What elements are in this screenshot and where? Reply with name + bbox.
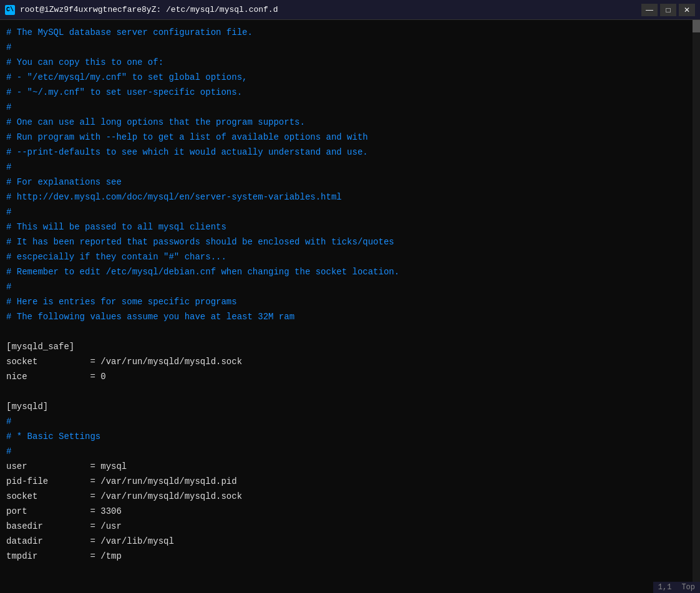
terminal-line: # * Basic Settings [6, 429, 694, 444]
terminal-line: # For explanations see [6, 175, 694, 190]
minimize-button[interactable]: — [641, 4, 658, 16]
content-area: # The MySQL database server configuratio… [6, 25, 694, 564]
terminal-line: user = mysql [6, 459, 694, 474]
terminal-line: nice = 0 [6, 369, 694, 384]
terminal-line: # Run program with --help to get a list … [6, 130, 694, 145]
terminal-line: # [6, 444, 694, 459]
terminal-line: # [6, 205, 694, 219]
terminal-line: # It has been reported that passwords sh… [6, 234, 694, 249]
terminal-line: port = 3306 [6, 504, 694, 519]
window-controls: — □ ✕ [641, 4, 695, 16]
terminal-line: # escpecially if they contain "#" chars.… [6, 249, 694, 264]
terminal-line [6, 384, 694, 399]
terminal-icon: C\ [5, 5, 15, 15]
scrollbar[interactable] [693, 20, 700, 593]
terminal-line: socket = /var/run/mysqld/mysqld.sock [6, 489, 694, 504]
terminal-line: pid-file = /var/run/mysqld/mysqld.pid [6, 474, 694, 489]
terminal-line: # http://dev.mysql.com/doc/mysql/en/serv… [6, 190, 694, 205]
terminal-line: # Here is entries for some specific prog… [6, 294, 694, 309]
terminal-line: # - "~/.my.cnf" to set user-specific opt… [6, 85, 694, 100]
terminal-line: # --print-defaults to see which it would… [6, 145, 694, 160]
close-button[interactable]: ✕ [679, 4, 695, 16]
terminal-line: # You can copy this to one of: [6, 55, 694, 70]
window-title: root@iZwz9f4uxrwgtnecfare8yZ: /etc/mysql… [20, 5, 278, 14]
title-bar: C\ root@iZwz9f4uxrwgtnecfare8yZ: /etc/my… [0, 0, 700, 20]
terminal-line: [mysqld] [6, 399, 694, 414]
terminal-line: # [6, 40, 694, 55]
cursor-position: 1,1 [658, 583, 672, 592]
terminal-line: socket = /var/run/mysqld/mysqld.sock [6, 354, 694, 369]
terminal-line: tmpdir = /tmp [6, 549, 694, 564]
terminal-body: # The MySQL database server configuratio… [0, 20, 700, 593]
terminal-line: basedir = /usr [6, 519, 694, 534]
maximize-button[interactable]: □ [660, 4, 676, 16]
terminal-line: # [6, 279, 694, 294]
terminal-line: # One can use all long options that the … [6, 115, 694, 130]
terminal-line [6, 324, 694, 339]
terminal-line: # [6, 100, 694, 115]
status-bar: 1,1 Top [653, 582, 700, 593]
terminal-line: # [6, 160, 694, 175]
terminal-line: # Remember to edit /etc/mysql/debian.cnf… [6, 264, 694, 279]
terminal-line: datadir = /var/lib/mysql [6, 534, 694, 549]
terminal-line: # The MySQL database server configuratio… [6, 25, 694, 40]
scrollbar-thumb[interactable] [693, 20, 700, 32]
terminal-line: # This will be passed to all mysql clien… [6, 219, 694, 234]
terminal-line: [mysqld_safe] [6, 339, 694, 354]
title-bar-left: C\ root@iZwz9f4uxrwgtnecfare8yZ: /etc/my… [5, 5, 278, 15]
terminal-line: # [6, 414, 694, 429]
scroll-mode: Top [681, 583, 695, 592]
terminal-line: # The following values assume you have a… [6, 309, 694, 324]
terminal-line: # - "/etc/mysql/my.cnf" to set global op… [6, 70, 694, 85]
